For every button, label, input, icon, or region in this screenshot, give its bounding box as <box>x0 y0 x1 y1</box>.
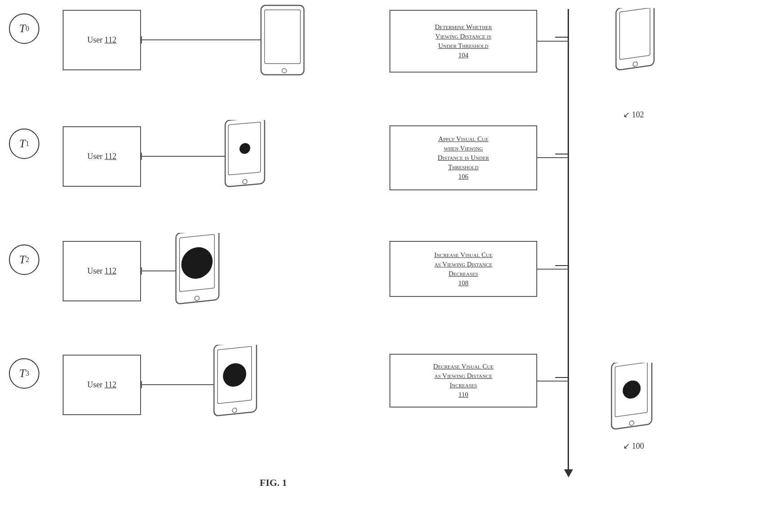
tablet-2 <box>172 233 226 307</box>
h-connector-1 <box>537 157 569 158</box>
h-connector-0 <box>537 41 569 42</box>
user-box-3: User 112 <box>63 355 141 415</box>
right-tablet-3 <box>609 363 658 433</box>
user-box-1: User 112 <box>63 126 141 187</box>
step-box-0: Determine WhetherViewing Distance isUnde… <box>389 10 537 73</box>
time-label-t2: T2 <box>9 245 39 275</box>
svg-point-13 <box>232 408 237 413</box>
timeline-tick-0 <box>555 37 569 38</box>
user-box-0: User 112 <box>63 10 141 70</box>
svg-rect-16 <box>620 8 650 60</box>
timeline-line <box>568 9 569 470</box>
timeline-tick-3 <box>555 377 569 378</box>
time-label-t3: T3 <box>9 358 39 389</box>
right-tablet-0 <box>613 8 660 74</box>
step-box-2: Increase Visual Cueas Viewing DistanceDe… <box>389 241 537 297</box>
user-box-2: User 112 <box>63 241 141 301</box>
svg-point-2 <box>282 69 287 73</box>
svg-point-5 <box>243 179 247 184</box>
svg-point-9 <box>195 296 199 301</box>
svg-point-20 <box>629 420 634 425</box>
diagram-container: T0 T1 T2 T3 User 112 User 112 <box>0 0 770 532</box>
svg-point-17 <box>633 61 637 66</box>
timeline-tick-1 <box>555 154 569 154</box>
h-connector-3 <box>537 381 569 382</box>
time-label-t1: T1 <box>9 129 39 159</box>
h-connector-2 <box>537 269 569 270</box>
timeline-tick-2 <box>555 265 569 266</box>
tablet-0 <box>257 4 311 76</box>
tablet-1 <box>222 120 271 189</box>
svg-rect-1 <box>265 10 300 64</box>
arrow-label-102: ↙ 102 <box>623 110 644 120</box>
arrow-label-100: ↙ 100 <box>623 441 644 451</box>
distance-line-0 <box>141 39 271 40</box>
timeline-arrow-down <box>564 469 573 477</box>
step-box-3: Decrease Visual Cueas Viewing DistanceIn… <box>389 354 537 408</box>
figure-label: FIG. 1 <box>260 477 287 489</box>
tablet-3 <box>210 345 264 420</box>
time-label-t0: T0 <box>9 13 39 44</box>
step-box-1: Apply Visual Cuewhen ViewingDistance is … <box>389 125 537 190</box>
